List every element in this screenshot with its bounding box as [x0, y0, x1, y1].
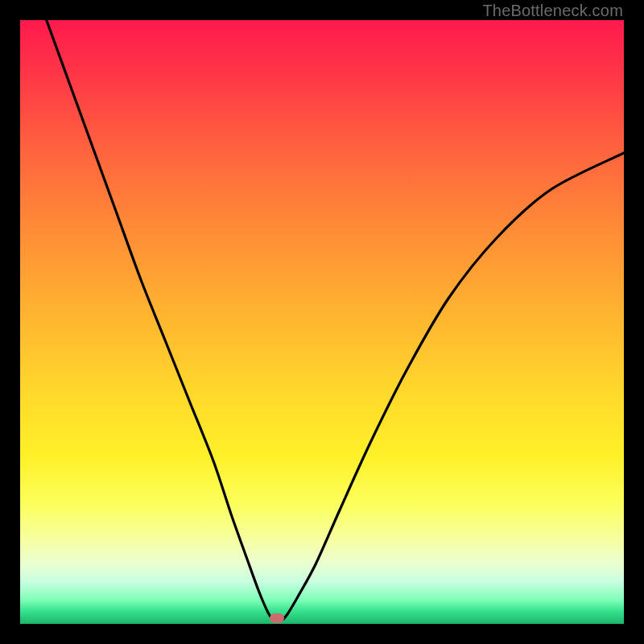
plot-area — [20, 20, 624, 624]
bottleneck-curve — [20, 20, 624, 624]
minimum-marker — [270, 613, 284, 623]
chart-frame: TheBottleneck.com — [0, 0, 644, 644]
attribution-label: TheBottleneck.com — [482, 2, 623, 20]
